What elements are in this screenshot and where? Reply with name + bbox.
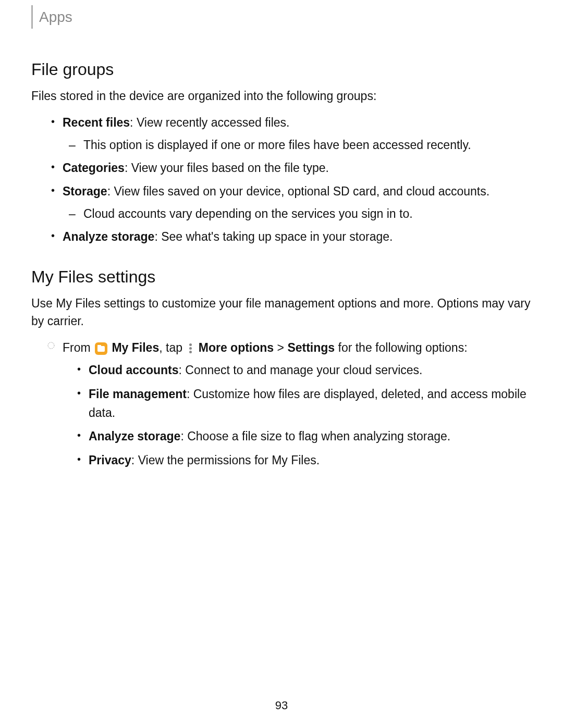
sub-list: This option is displayed if one or more …	[63, 136, 532, 154]
item-desc: : Connect to and manage your cloud servi…	[179, 363, 423, 377]
item-desc: : View your files based on the file type…	[125, 161, 329, 175]
list-item: Storage: View files saved on your device…	[47, 182, 532, 223]
file-groups-intro: Files stored in the device are organized…	[31, 87, 532, 105]
circle-bullet-icon	[47, 341, 55, 350]
item-label: Analyze storage	[63, 230, 154, 243]
item-desc: : Choose a file size to flag when analyz…	[180, 429, 450, 443]
header-divider	[31, 5, 33, 29]
item-desc: : View recently accessed files.	[130, 116, 289, 129]
instruction-list: From My Files, tap More options > Settin…	[31, 338, 532, 470]
item-label: Storage	[63, 184, 107, 198]
sub-list-item: This option is displayed if one or more …	[63, 136, 532, 154]
more-options-label: More options	[199, 341, 274, 354]
tap-text: , tap	[159, 341, 186, 354]
list-item: File management: Customize how files are…	[73, 385, 532, 422]
instruction-item: From My Files, tap More options > Settin…	[47, 338, 532, 470]
item-label: Privacy	[89, 453, 131, 467]
after-text: for the following options:	[335, 341, 467, 354]
item-desc: : View files saved on your device, optio…	[107, 184, 489, 198]
settings-label: Settings	[287, 341, 335, 354]
page-header: Apps	[31, 0, 532, 39]
my-files-label: My Files	[112, 341, 159, 354]
section-title-file-groups: File groups	[31, 60, 532, 79]
list-item: Privacy: View the permissions for My Fil…	[73, 451, 532, 470]
item-label: Recent files	[63, 116, 130, 129]
from-text: From	[63, 341, 94, 354]
item-label: File management	[89, 387, 187, 401]
header-title: Apps	[39, 9, 72, 26]
item-desc: : View the permissions for My Files.	[131, 453, 320, 467]
page-number: 93	[0, 699, 563, 712]
file-groups-list: Recent files: View recently accessed fil…	[31, 113, 532, 246]
item-label: Cloud accounts	[89, 363, 179, 377]
list-item: Recent files: View recently accessed fil…	[47, 113, 532, 154]
list-item: Cloud accounts: Connect to and manage yo…	[73, 361, 532, 380]
list-item: Analyze storage: See what's taking up sp…	[47, 227, 532, 246]
list-item: Analyze storage: Choose a file size to f…	[73, 427, 532, 446]
more-options-icon	[187, 342, 194, 354]
item-label: Categories	[63, 161, 125, 175]
list-item: Categories: View your files based on the…	[47, 158, 532, 178]
my-files-settings-intro: Use My Files settings to customize your …	[31, 294, 532, 330]
item-desc: : See what's taking up space in your sto…	[154, 230, 393, 243]
item-label: Analyze storage	[89, 429, 180, 443]
options-list: Cloud accounts: Connect to and manage yo…	[63, 361, 532, 470]
section-title-my-files-settings: My Files settings	[31, 267, 532, 287]
sub-list: Cloud accounts vary depending on the ser…	[63, 205, 532, 223]
gt-text: >	[274, 341, 287, 354]
sub-list-item: Cloud accounts vary depending on the ser…	[63, 205, 532, 223]
svg-point-0	[48, 342, 54, 349]
my-files-icon	[95, 342, 107, 355]
